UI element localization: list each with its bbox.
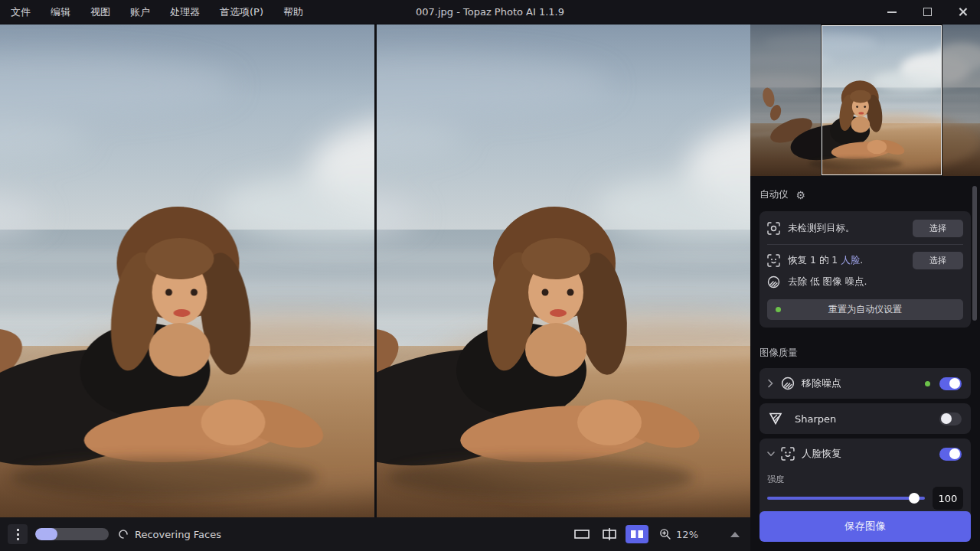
faces-link[interactable]: 人脸: [841, 254, 860, 266]
zoom-level-label[interactable]: 12%: [676, 529, 698, 540]
side-by-side-view-button[interactable]: [626, 525, 648, 543]
menu-edit[interactable]: 编辑: [51, 5, 70, 19]
sidebar-scrollbar[interactable]: [972, 186, 977, 321]
autopilot-noise-row: 去除 低 图像 噪点.: [767, 273, 963, 291]
kebab-icon: [17, 529, 19, 531]
chevron-down-icon[interactable]: [767, 451, 775, 457]
task-status-label: Recovering Faces: [135, 529, 221, 540]
view-mode-group: [570, 525, 648, 543]
autopilot-divider: [767, 244, 963, 245]
chevron-right-icon[interactable]: [767, 379, 775, 388]
menu-file[interactable]: 文件: [11, 5, 31, 19]
progress-bar: [35, 528, 109, 540]
target-status-text: 未检测到目标。: [788, 222, 855, 235]
minimize-icon: [887, 11, 897, 13]
denoise-toggle[interactable]: [939, 377, 962, 390]
zoom-in-icon[interactable]: [659, 528, 671, 540]
face-recovery-card: 人脸恢复 强度 100 1人脸选择 选择: [760, 439, 971, 523]
select-target-button[interactable]: 选择: [913, 220, 963, 237]
face-recovery-label: 人脸恢复: [802, 447, 841, 461]
denoise-icon: [767, 276, 780, 289]
spinner-icon: [118, 529, 129, 540]
face-recovery-toggle[interactable]: [939, 448, 962, 461]
close-icon: [958, 7, 968, 17]
strength-label: 强度: [767, 474, 963, 485]
settings-panel: 自动仪 ⚙ 未检测到目标。 选择: [750, 176, 980, 551]
autopilot-card: 未检测到目标。 选择 恢复 1 的 1 人脸.: [760, 211, 971, 328]
more-options-button[interactable]: [8, 524, 28, 544]
comparison-panels: [0, 24, 750, 517]
face-detect-icon: [767, 254, 780, 267]
maximize-button[interactable]: [910, 0, 945, 24]
gear-icon[interactable]: ⚙: [796, 190, 806, 201]
maximize-icon: [923, 8, 932, 16]
target-detect-icon: [767, 222, 780, 235]
menu-account[interactable]: 账户: [130, 5, 150, 19]
sharpen-label: Sharpen: [795, 413, 836, 425]
sidebar: 自动仪 ⚙ 未检测到目标。 选择: [750, 24, 980, 551]
select-faces-button[interactable]: 选择: [913, 252, 963, 269]
menu-preferences[interactable]: 首选项(P): [220, 5, 263, 19]
strength-slider[interactable]: [767, 488, 925, 508]
statusbar: Recovering Faces: [0, 517, 750, 551]
before-image-panel[interactable]: [0, 24, 374, 517]
menu-processor[interactable]: 处理器: [170, 5, 200, 19]
titlebar: 文件 编辑 视图 账户 处理器 首选项(P) 帮助 007.jpg - Topa…: [0, 0, 980, 24]
autopilot-target-row: 未检测到目标。 选择: [767, 220, 963, 237]
denoise-filter-card[interactable]: 移除噪点: [760, 368, 971, 399]
zoom-control: 12%: [659, 528, 740, 540]
reset-autopilot-button[interactable]: 重置为自动仪设置: [767, 299, 963, 320]
denoise-auto-dot: [925, 381, 930, 386]
navigator-thumbnail[interactable]: [750, 24, 980, 176]
face-recovery-header[interactable]: 人脸恢复: [767, 439, 963, 469]
remove-noise-icon: [781, 377, 795, 390]
menubar: 文件 编辑 视图 账户 处理器 首选项(P) 帮助: [0, 5, 303, 19]
navigator-dim-left: [750, 24, 822, 176]
zoom-dropdown-icon[interactable]: [730, 532, 740, 537]
image-quality-header: 图像质量: [760, 347, 971, 360]
minimize-button[interactable]: [874, 0, 910, 24]
menu-help[interactable]: 帮助: [283, 5, 303, 19]
noise-status-text: 去除 低 图像 噪点.: [788, 276, 867, 289]
sharpen-filter-card[interactable]: Sharpen: [760, 403, 971, 434]
strength-value[interactable]: 100: [933, 487, 963, 510]
autopilot-faces-row: 恢复 1 的 1 人脸. 选择: [767, 252, 963, 269]
app-window: 文件 编辑 视图 账户 处理器 首选项(P) 帮助 007.jpg - Topa…: [0, 0, 980, 551]
save-image-button[interactable]: 保存图像: [760, 511, 971, 542]
after-image-panel[interactable]: [377, 24, 750, 517]
progress-fill: [35, 528, 57, 540]
close-button[interactable]: [945, 0, 980, 24]
single-view-button[interactable]: [570, 525, 593, 543]
side-by-side-view-icon: [630, 530, 644, 539]
green-status-dot: [776, 307, 781, 312]
slider-knob[interactable]: [909, 493, 920, 504]
autopilot-title: 自动仪: [760, 188, 789, 201]
navigator-dim-right: [942, 24, 980, 176]
viewer: Recovering Faces: [0, 24, 750, 551]
split-view-icon: [602, 528, 617, 540]
single-view-icon: [574, 529, 590, 540]
menu-view[interactable]: 视图: [90, 5, 110, 19]
face-recovery-icon: [781, 447, 795, 461]
split-view-button[interactable]: [598, 525, 621, 543]
sharpen-toggle[interactable]: [939, 412, 962, 425]
denoise-label: 移除噪点: [802, 377, 841, 390]
sharpen-icon: [769, 412, 782, 425]
navigator-viewport-box[interactable]: [822, 25, 942, 175]
window-controls: [874, 0, 980, 24]
faces-status-text: 恢复 1 的 1 人脸.: [788, 254, 863, 267]
